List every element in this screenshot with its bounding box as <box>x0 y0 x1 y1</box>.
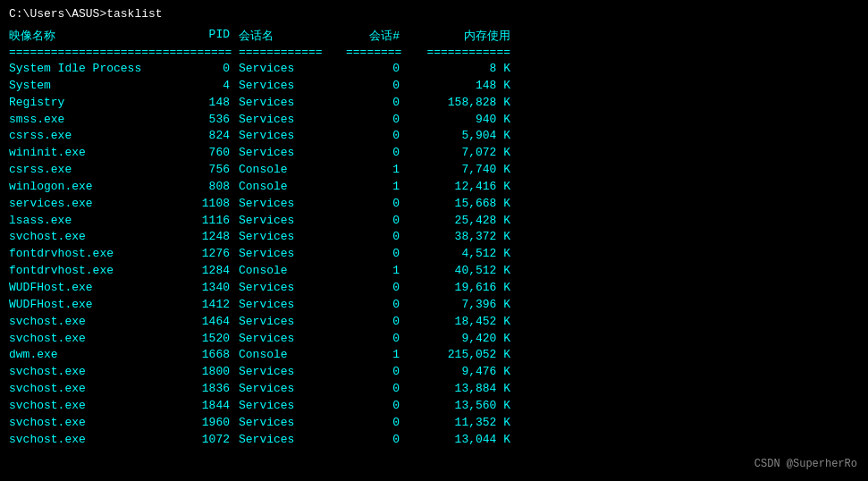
cell-pid: 1284 <box>174 263 237 280</box>
cell-session-name: Console <box>237 263 344 280</box>
table-row: lsass.exe 1116 Services 0 25,428 K <box>9 213 859 230</box>
table-row: WUDFHost.exe 1412 Services 0 7,396 K <box>9 297 859 314</box>
cell-session-name: Services <box>237 398 344 415</box>
cell-mem: 4,512 K <box>407 246 514 263</box>
cell-mem: 5,904 K <box>407 128 514 145</box>
table-divider: ======================== ======== ======… <box>9 46 859 59</box>
cell-pid: 1276 <box>174 246 237 263</box>
cell-mem: 13,560 K <box>407 398 514 415</box>
cell-pid: 824 <box>174 128 237 145</box>
cell-pid: 1108 <box>174 196 237 213</box>
header-pid: PID <box>174 28 237 44</box>
cell-session-num: 0 <box>344 364 407 381</box>
divider-name: ======================== <box>9 46 174 59</box>
table-body: System Idle Process 0 Services 0 8 K Sys… <box>9 61 859 448</box>
divider-session-num: ======== <box>344 46 407 59</box>
cell-pid: 4 <box>174 78 237 95</box>
cell-mem: 19,616 K <box>407 280 514 297</box>
cell-session-num: 0 <box>344 280 407 297</box>
cell-mem: 148 K <box>407 78 514 95</box>
table-row: svchost.exe 1464 Services 0 18,452 K <box>9 314 859 331</box>
watermark: CSDN @SuperherRo <box>754 458 857 470</box>
cell-mem: 7,740 K <box>407 162 514 179</box>
cell-session-num: 0 <box>344 246 407 263</box>
cell-session-name: Services <box>237 331 344 348</box>
cell-session-num: 0 <box>344 112 407 129</box>
table-row: svchost.exe 1960 Services 0 11,352 K <box>9 415 859 432</box>
cell-mem: 13,044 K <box>407 432 514 449</box>
cell-session-name: Console <box>237 179 344 196</box>
cell-name: WUDFHost.exe <box>9 280 174 297</box>
table-row: winlogon.exe 808 Console 1 12,416 K <box>9 179 859 196</box>
cell-session-num: 0 <box>344 398 407 415</box>
cell-session-num: 0 <box>344 145 407 162</box>
cell-mem: 40,512 K <box>407 263 514 280</box>
cell-session-num: 0 <box>344 297 407 314</box>
cell-session-num: 1 <box>344 263 407 280</box>
cell-session-num: 0 <box>344 331 407 348</box>
cell-session-num: 0 <box>344 128 407 145</box>
cell-name: csrss.exe <box>9 128 174 145</box>
cell-pid: 1116 <box>174 213 237 230</box>
cell-session-name: Services <box>237 381 344 398</box>
header-session-name: 会话名 <box>237 28 344 44</box>
cell-name: System Idle Process <box>9 61 174 78</box>
cell-pid: 0 <box>174 61 237 78</box>
cell-pid: 1800 <box>174 364 237 381</box>
cell-name: smss.exe <box>9 112 174 129</box>
cell-name: svchost.exe <box>9 331 174 348</box>
header-session-num: 会话# <box>344 28 407 44</box>
cell-session-name: Services <box>237 415 344 432</box>
cell-session-name: Services <box>237 297 344 314</box>
cell-name: svchost.exe <box>9 364 174 381</box>
cell-session-name: Services <box>237 280 344 297</box>
cell-pid: 1464 <box>174 314 237 331</box>
prompt-line: C:\Users\ASUS>tasklist <box>9 7 859 21</box>
cell-mem: 7,396 K <box>407 297 514 314</box>
cell-name: Registry <box>9 95 174 112</box>
table-row: csrss.exe 756 Console 1 7,740 K <box>9 162 859 179</box>
table-header: 映像名称 PID 会话名 会话# 内存使用 <box>9 28 859 44</box>
table-row: svchost.exe 1844 Services 0 13,560 K <box>9 398 859 415</box>
cell-name: csrss.exe <box>9 162 174 179</box>
cell-pid: 1072 <box>174 432 237 449</box>
cell-name: fontdrvhost.exe <box>9 246 174 263</box>
cell-session-name: Services <box>237 246 344 263</box>
cell-session-num: 0 <box>344 432 407 449</box>
header-mem: 内存使用 <box>407 28 514 44</box>
cell-session-num: 0 <box>344 213 407 230</box>
cell-session-num: 0 <box>344 415 407 432</box>
cell-pid: 756 <box>174 162 237 179</box>
cell-mem: 15,668 K <box>407 196 514 213</box>
cell-session-name: Services <box>237 61 344 78</box>
cell-mem: 25,428 K <box>407 213 514 230</box>
cell-session-name: Services <box>237 78 344 95</box>
cell-pid: 1412 <box>174 297 237 314</box>
cell-pid: 1668 <box>174 347 237 364</box>
cell-session-name: Services <box>237 128 344 145</box>
cell-session-num: 0 <box>344 196 407 213</box>
cell-session-name: Services <box>237 229 344 246</box>
cell-session-num: 1 <box>344 179 407 196</box>
cell-pid: 1836 <box>174 381 237 398</box>
cell-session-num: 0 <box>344 78 407 95</box>
cell-session-name: Services <box>237 364 344 381</box>
cell-pid: 760 <box>174 145 237 162</box>
table-row: System Idle Process 0 Services 0 8 K <box>9 61 859 78</box>
divider-mem: ============ <box>407 46 514 59</box>
cell-mem: 11,352 K <box>407 415 514 432</box>
cell-session-name: Services <box>237 314 344 331</box>
cell-session-name: Console <box>237 347 344 364</box>
cell-session-name: Services <box>237 432 344 449</box>
cell-session-num: 0 <box>344 314 407 331</box>
cell-mem: 215,052 K <box>407 347 514 364</box>
cell-name: fontdrvhost.exe <box>9 263 174 280</box>
table-row: fontdrvhost.exe 1276 Services 0 4,512 K <box>9 246 859 263</box>
cell-mem: 13,884 K <box>407 381 514 398</box>
cell-session-num: 1 <box>344 162 407 179</box>
cell-pid: 1960 <box>174 415 237 432</box>
cell-mem: 12,416 K <box>407 179 514 196</box>
cell-name: svchost.exe <box>9 229 174 246</box>
cell-name: lsass.exe <box>9 213 174 230</box>
cell-session-num: 0 <box>344 95 407 112</box>
